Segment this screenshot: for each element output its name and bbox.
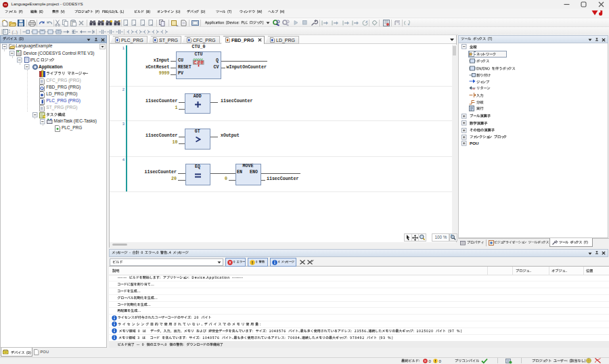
svg-text:(..): (..) xyxy=(12,29,18,35)
